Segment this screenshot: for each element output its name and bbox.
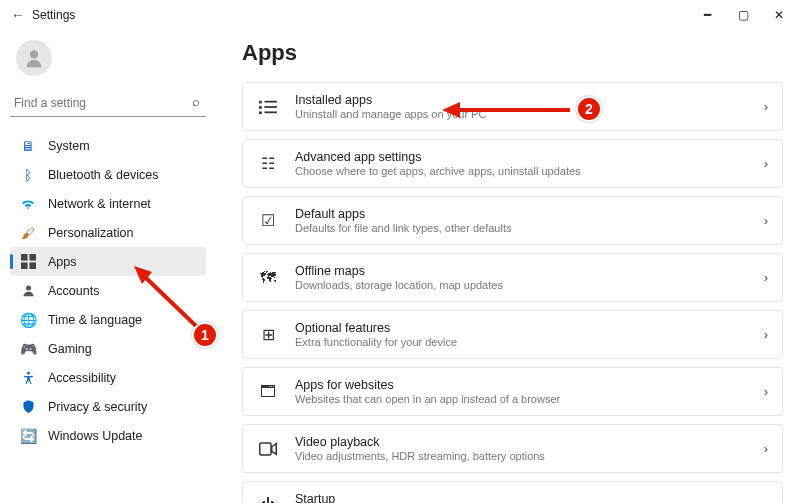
card-advanced-app-settings[interactable]: ☷ Advanced app settings Choose where to … xyxy=(242,139,783,188)
card-title: Optional features xyxy=(295,321,764,335)
svg-rect-13 xyxy=(260,443,271,455)
sidebar-item-label: Windows Update xyxy=(48,429,143,443)
svg-rect-10 xyxy=(264,106,276,108)
card-title: Offline maps xyxy=(295,264,764,278)
sidebar-item-accessibility[interactable]: Accessibility xyxy=(10,363,206,392)
brush-icon: 🖌 xyxy=(18,225,38,241)
card-offline-maps[interactable]: 🗺 Offline maps Downloads, storage locati… xyxy=(242,253,783,302)
search-icon: ⌕ xyxy=(192,94,200,109)
display-icon: 🖥 xyxy=(18,138,38,154)
svg-rect-1 xyxy=(21,254,28,261)
card-video-playback[interactable]: Video playback Video adjustments, HDR st… xyxy=(242,424,783,473)
sidebar-item-label: Bluetooth & devices xyxy=(48,168,159,182)
chevron-right-icon: › xyxy=(764,327,768,342)
startup-icon: ⏻ xyxy=(257,495,279,504)
svg-point-6 xyxy=(27,372,30,375)
window-link-icon: 🗔 xyxy=(257,381,279,403)
shield-icon xyxy=(18,399,38,414)
sidebar-item-label: Accounts xyxy=(48,284,99,298)
sidebar-item-label: Apps xyxy=(48,255,77,269)
chevron-right-icon: › xyxy=(764,384,768,399)
svg-rect-8 xyxy=(264,100,276,102)
card-default-apps[interactable]: ☑ Default apps Defaults for file and lin… xyxy=(242,196,783,245)
minimize-button[interactable]: ━ xyxy=(689,1,725,29)
chevron-right-icon: › xyxy=(764,213,768,228)
list-icon xyxy=(257,96,279,118)
window-title: Settings xyxy=(32,8,75,22)
sidebar-item-label: Gaming xyxy=(48,342,92,356)
svg-rect-3 xyxy=(21,262,28,269)
sidebar-item-label: Time & language xyxy=(48,313,142,327)
chevron-right-icon: › xyxy=(764,156,768,171)
card-title: Startup xyxy=(295,492,764,503)
svg-rect-11 xyxy=(259,111,262,114)
sidebar-item-label: System xyxy=(48,139,90,153)
sidebar-item-bluetooth[interactable]: ᛒ Bluetooth & devices xyxy=(10,160,206,189)
page-title: Apps xyxy=(242,40,783,66)
sidebar-item-windows-update[interactable]: 🔄 Windows Update xyxy=(10,421,206,450)
card-desc: Defaults for file and link types, other … xyxy=(295,222,764,234)
map-icon: 🗺 xyxy=(257,267,279,289)
card-title: Video playback xyxy=(295,435,764,449)
update-icon: 🔄 xyxy=(18,428,38,444)
sidebar-item-label: Privacy & security xyxy=(48,400,147,414)
sidebar-item-personalization[interactable]: 🖌 Personalization xyxy=(10,218,206,247)
accessibility-icon xyxy=(18,370,38,385)
svg-point-5 xyxy=(26,286,31,291)
card-desc: Uninstall and manage apps on your PC xyxy=(295,108,764,120)
card-title: Advanced app settings xyxy=(295,150,764,164)
chevron-right-icon: › xyxy=(764,441,768,456)
sidebar-item-time-language[interactable]: 🌐 Time & language xyxy=(10,305,206,334)
svg-point-0 xyxy=(30,50,38,58)
chevron-right-icon: › xyxy=(764,498,768,503)
card-installed-apps[interactable]: Installed apps Uninstall and manage apps… xyxy=(242,82,783,131)
search-field[interactable]: ⌕ xyxy=(10,90,206,117)
back-button[interactable]: ← xyxy=(4,7,32,23)
card-desc: Websites that can open in an app instead… xyxy=(295,393,764,405)
sidebar-item-gaming[interactable]: 🎮 Gaming xyxy=(10,334,206,363)
svg-rect-12 xyxy=(264,111,276,113)
default-check-icon: ☑ xyxy=(257,210,279,232)
main-content: Apps Installed apps Uninstall and manage… xyxy=(216,30,801,503)
sidebar-item-label: Accessibility xyxy=(48,371,116,385)
gamepad-icon: 🎮 xyxy=(18,341,38,357)
person-icon xyxy=(18,283,38,298)
chevron-right-icon: › xyxy=(764,99,768,114)
apps-icon xyxy=(18,254,38,269)
card-apps-for-websites[interactable]: 🗔 Apps for websites Websites that can op… xyxy=(242,367,783,416)
card-desc: Choose where to get apps, archive apps, … xyxy=(295,165,764,177)
sidebar: ⌕ 🖥 System ᛒ Bluetooth & devices Network… xyxy=(0,30,216,503)
card-title: Installed apps xyxy=(295,93,764,107)
sidebar-item-network[interactable]: Network & internet xyxy=(10,189,206,218)
card-title: Default apps xyxy=(295,207,764,221)
wifi-icon xyxy=(18,196,38,212)
video-icon xyxy=(257,438,279,460)
titlebar: ← Settings ━ ▢ ✕ xyxy=(0,0,801,30)
close-button[interactable]: ✕ xyxy=(761,1,797,29)
card-title: Apps for websites xyxy=(295,378,764,392)
card-startup[interactable]: ⏻ Startup Apps that start automatically … xyxy=(242,481,783,503)
bluetooth-icon: ᛒ xyxy=(18,167,38,183)
globe-clock-icon: 🌐 xyxy=(18,312,38,328)
sidebar-item-label: Network & internet xyxy=(48,197,151,211)
maximize-button[interactable]: ▢ xyxy=(725,1,761,29)
sidebar-item-privacy[interactable]: Privacy & security xyxy=(10,392,206,421)
sidebar-item-accounts[interactable]: Accounts xyxy=(10,276,206,305)
sidebar-item-label: Personalization xyxy=(48,226,133,240)
card-desc: Video adjustments, HDR streaming, batter… xyxy=(295,450,764,462)
svg-rect-4 xyxy=(29,262,36,269)
app-gear-icon: ☷ xyxy=(257,153,279,175)
svg-rect-7 xyxy=(259,100,262,103)
card-desc: Downloads, storage location, map updates xyxy=(295,279,764,291)
card-desc: Extra functionality for your device xyxy=(295,336,764,348)
sidebar-item-system[interactable]: 🖥 System xyxy=(10,131,206,160)
avatar[interactable] xyxy=(16,40,52,76)
sidebar-item-apps[interactable]: Apps xyxy=(10,247,206,276)
features-plus-icon: ⊞ xyxy=(257,324,279,346)
chevron-right-icon: › xyxy=(764,270,768,285)
search-input[interactable] xyxy=(10,90,206,116)
svg-rect-9 xyxy=(259,106,262,109)
svg-rect-2 xyxy=(29,254,36,261)
card-optional-features[interactable]: ⊞ Optional features Extra functionality … xyxy=(242,310,783,359)
